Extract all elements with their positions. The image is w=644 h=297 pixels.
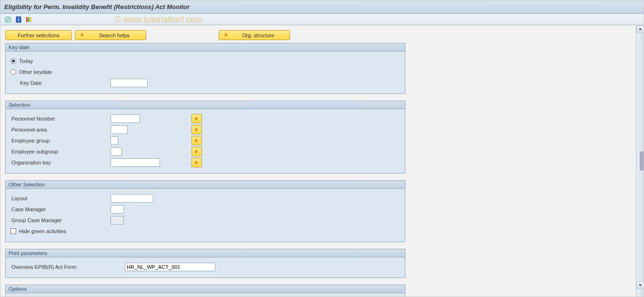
radio-other-row[interactable]: Other keydate: [10, 67, 402, 77]
svg-rect-4: [28, 17, 30, 22]
personnel-number-input[interactable]: [111, 114, 140, 123]
svg-rect-3: [26, 17, 28, 22]
other-selection-title: Other Selection: [6, 181, 405, 189]
key-date-title: Key date: [6, 43, 405, 51]
multi-select-button[interactable]: [191, 114, 202, 123]
multi-select-button[interactable]: [191, 125, 202, 134]
layout-input[interactable]: [111, 194, 153, 203]
org-structure-label: Org. structure: [231, 32, 285, 38]
further-selections-button[interactable]: Further selections: [5, 30, 72, 40]
hide-green-checkbox[interactable]: [10, 228, 16, 234]
layout-label: Layout: [10, 195, 111, 201]
selection-group: Selection Personnel Number Personnel are…: [5, 101, 405, 174]
execute-icon[interactable]: [4, 16, 12, 23]
vertical-scrollbar[interactable]: [636, 25, 644, 297]
page-title: Eligibility for Perm. Invalidity Benefit…: [4, 3, 190, 10]
scroll-up-icon[interactable]: [636, 25, 644, 33]
further-selections-label: Further selections: [18, 32, 59, 38]
overview-form-input[interactable]: [125, 263, 215, 271]
key-date-label: Key Date: [10, 80, 111, 86]
key-date-group: Key date Today Other keydate Key Date: [5, 43, 405, 94]
employee-subgroup-input[interactable]: [111, 147, 122, 156]
org-structure-button[interactable]: Org. structure: [219, 30, 290, 40]
selection-title: Selection: [6, 101, 405, 109]
arrow-right-icon: [80, 32, 85, 38]
hide-green-label: Hide green activities: [19, 228, 66, 234]
group-case-manager-input: [111, 216, 124, 225]
case-manager-label: Case Manager: [10, 206, 111, 212]
info-icon[interactable]: i: [15, 16, 22, 23]
variant-icon[interactable]: [25, 16, 33, 23]
selection-buttons-row: Further selections Search helps Org. str…: [5, 30, 405, 40]
key-date-input[interactable]: [111, 79, 148, 87]
personnel-area-input[interactable]: [111, 125, 128, 134]
radio-today-label: Today: [19, 58, 33, 64]
svg-text:i: i: [18, 17, 20, 22]
content-area: Further selections Search helps Org. str…: [0, 25, 636, 297]
app-toolbar: i: [0, 14, 644, 25]
personnel-area-label: Personnel area: [10, 127, 111, 133]
print-parameters-group: Print parameters Overview EPIB(R) Act Fo…: [5, 249, 405, 278]
other-selection-group: Other Selection Layout Case Manager Grou…: [5, 180, 405, 242]
scroll-down-icon[interactable]: [636, 281, 644, 289]
organization-key-input[interactable]: [111, 158, 160, 167]
multi-select-button[interactable]: [191, 136, 202, 145]
radio-today-row[interactable]: Today: [10, 56, 402, 66]
radio-other-keydate[interactable]: [10, 69, 16, 75]
hide-green-row[interactable]: Hide green activities: [10, 226, 402, 236]
multi-select-button[interactable]: [191, 158, 202, 167]
print-parameters-title: Print parameters: [6, 249, 405, 257]
svg-rect-5: [30, 17, 31, 22]
overview-form-label: Overview EPIB(R) Act Form: [10, 264, 125, 270]
employee-group-input[interactable]: [111, 136, 118, 145]
employee-group-label: Employee group: [10, 138, 111, 143]
title-bar: Eligibility for Perm. Invalidity Benefit…: [0, 0, 644, 14]
search-helps-button[interactable]: Search helps: [75, 30, 146, 40]
case-manager-input[interactable]: [111, 205, 124, 214]
arrow-right-icon: [224, 32, 229, 38]
options-title: Options: [6, 285, 405, 293]
radio-other-label: Other keydate: [19, 69, 52, 75]
multi-select-button[interactable]: [191, 147, 202, 156]
scroll-grip-icon[interactable]: [640, 152, 644, 171]
employee-subgroup-label: Employee subgroup: [10, 149, 111, 154]
options-group: Options Activity & Consistency Monitor: [5, 285, 405, 297]
organization-key-label: Organization key: [10, 160, 111, 165]
group-case-manager-label: Group Case Manager: [10, 217, 111, 223]
search-helps-label: Search helps: [88, 32, 141, 38]
radio-today[interactable]: [10, 58, 16, 64]
personnel-number-label: Personnel Number: [10, 116, 111, 122]
